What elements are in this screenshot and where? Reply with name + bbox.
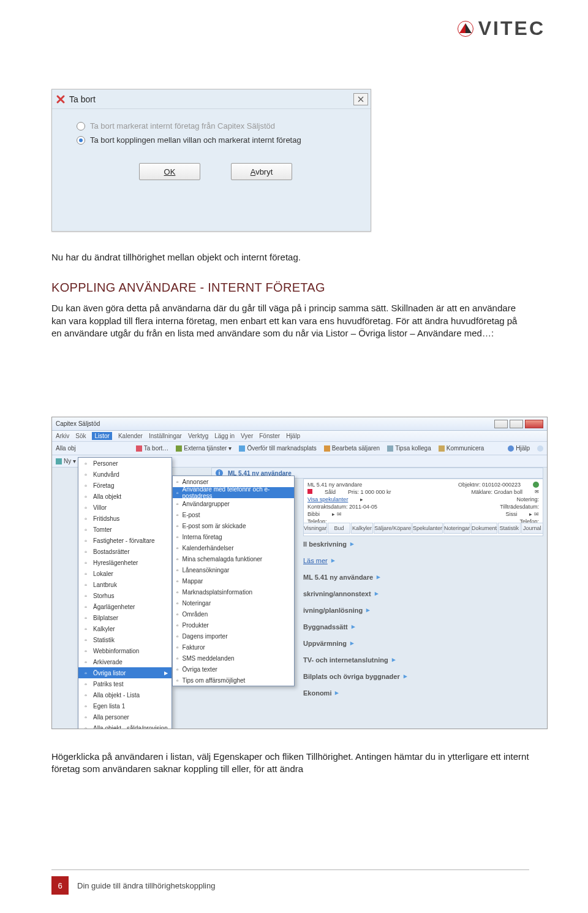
menu2-item[interactable]: ▫E-post som är skickade (173, 520, 294, 531)
menu2-item[interactable]: ▫Kalenderhändelser (173, 542, 294, 553)
menu1-item[interactable]: ▫Alla objekt - Lista (78, 689, 172, 700)
menu1-item[interactable]: ▫Kundvård (78, 469, 172, 480)
menu2-item[interactable]: ▫SMS meddelanden (173, 653, 294, 664)
expand-link[interactable]: Bilplats och övriga byggnader (303, 672, 522, 680)
paragraph-1: Nu har du ändrat tillhörighet mellan obj… (51, 251, 529, 263)
menu2-item[interactable]: ▫Marknadsplatsinformation (173, 586, 294, 597)
cancel-button[interactable]: Avbryt (231, 163, 292, 180)
menu2-item[interactable]: ▫Interna företag (173, 531, 294, 542)
menu1-item[interactable]: ▫Övriga listor▶ (78, 667, 172, 678)
detail-tab[interactable]: Spekulanter (412, 523, 443, 534)
menu1-item[interactable]: ▫Lantbruk (78, 579, 172, 590)
menu1-item[interactable]: ▫Statistik (78, 634, 172, 645)
menu2-item[interactable]: ▫Områden (173, 608, 294, 619)
menu1-item[interactable]: ▫Fritidshus (78, 513, 172, 524)
delete-x-icon (56, 94, 66, 104)
expand-link[interactable]: Byggnadssätt (303, 623, 522, 631)
delete-dialog: Ta bort Ta bort markerat internt företag… (51, 89, 371, 232)
menu1-item[interactable]: ▫Ägarlägenheter (78, 601, 172, 612)
app-toolbar[interactable]: Alla obj Ta bort… Externa tjänster ▾ Öve… (52, 442, 547, 455)
menu1-item[interactable]: ▫Alla objekt - sålda/provision (78, 722, 172, 729)
footer-divider (51, 869, 529, 870)
help-icon[interactable] (537, 445, 543, 452)
app-menubar[interactable]: Arkiv Sök Listor Kalender Inställningar … (52, 431, 547, 442)
paragraph-3: Högerklicka på användaren i listan, välj… (51, 751, 529, 776)
radio-option-remove-company[interactable]: Ta bort markerat internt företag från Ca… (77, 121, 355, 131)
expand-link[interactable]: Läs mer (303, 556, 522, 564)
dialog-titlebar: Ta bort (52, 89, 371, 109)
app-screenshot: Capitex Säljstöd Arkiv Sök Listor Kalend… (51, 417, 548, 729)
expand-link[interactable]: Ekonomi (303, 689, 522, 697)
expand-link[interactable]: TV- och internetanslutning (303, 656, 522, 664)
menu2-item[interactable]: ▫Övriga texter (173, 664, 294, 675)
bottom-text-block: Högerklicka på användaren i listan, välj… (51, 751, 529, 776)
link-list: ll beskrivningLäs merML 5.41 ny användar… (303, 540, 522, 697)
detail-tab[interactable]: Noteringar (443, 523, 470, 534)
body-text-block: Nu har du ändrat tillhörighet mellan obj… (51, 251, 529, 339)
menu1-item[interactable]: ▫Villor (78, 502, 172, 513)
dialog-close-button[interactable] (353, 93, 368, 105)
toolbar-allobj[interactable]: Alla obj (56, 445, 76, 452)
menu1-item[interactable]: ▫Företag (78, 480, 172, 491)
menu2-item[interactable]: ▫Användargrupper (173, 498, 294, 509)
detail-tab[interactable]: Statistik (498, 523, 521, 534)
header-logo: VITEC (458, 17, 545, 40)
app-title-text: Capitex Säljstöd (56, 420, 100, 427)
menu1-item[interactable]: ▫Alla personer (78, 711, 172, 722)
menu2-item[interactable]: ▫Mappar (173, 575, 294, 586)
menu1-item[interactable]: ▫Tomter (78, 524, 172, 535)
menu1-item[interactable]: ▫Bilplatser (78, 612, 172, 623)
menu1-item[interactable]: ▫Lokaler (78, 568, 172, 579)
menu2-item[interactable]: ▫Låneansökningar (173, 564, 294, 575)
detail-tab[interactable]: Dokument (471, 523, 497, 534)
section-heading: KOPPLING ANVÄNDARE - INTERNT FÖRETAG (51, 279, 529, 296)
detail-tab[interactable]: Säljare/Köpare (374, 523, 412, 534)
menu1-item[interactable]: ▫Patriks test (78, 678, 172, 689)
menu2-item[interactable]: ▫Tips om affärsmöjlighet (173, 675, 294, 686)
menu1-item[interactable]: ▫Arkiverade (78, 656, 172, 667)
menu2-item[interactable]: ▫Noteringar (173, 597, 294, 608)
menu1-item[interactable]: ▫Webbinformation (78, 645, 172, 656)
menu1-item[interactable]: ▫Personer (78, 458, 172, 469)
paragraph-2: Du kan även göra detta på användarna där… (51, 302, 529, 339)
expand-link[interactable]: ivning/planlösning (303, 606, 522, 614)
menu1-item[interactable]: ▫Alla objekt (78, 491, 172, 502)
radio-label-1: Ta bort markerat internt företag från Ca… (90, 121, 275, 131)
logo-text: VITEC (478, 17, 545, 40)
detail-tabs[interactable]: VisningarBudKalkylerSäljare/KöpareSpekul… (303, 523, 543, 534)
radio-label-2: Ta bort kopplingen mellan villan och mar… (90, 135, 301, 145)
radio-option-remove-link[interactable]: Ta bort kopplingen mellan villan och mar… (77, 135, 355, 145)
expand-link[interactable]: skrivning/annonstext (303, 589, 522, 597)
ok-button[interactable]: OK (139, 163, 200, 180)
window-controls-icon[interactable] (494, 420, 543, 428)
menu1-item[interactable]: ▫Storhus (78, 590, 172, 601)
detail-tab[interactable]: Bud (328, 523, 350, 534)
menu1-item[interactable]: ▫Kalkyler (78, 623, 172, 634)
page-number: 6 (51, 876, 69, 895)
page-footer: 6 Din guide till ändra tillhörighetskopp… (51, 876, 215, 895)
detail-tab[interactable]: Journal (521, 523, 544, 534)
expand-link[interactable]: ll beskrivning (303, 540, 522, 548)
menu2-item[interactable]: ▫Produkter (173, 619, 294, 631)
app-window-titlebar: Capitex Säljstöd (52, 417, 547, 431)
menu2-item[interactable]: ▫Fakturor (173, 642, 294, 653)
logo-mark-icon (458, 21, 473, 37)
menu-ovriga-listor[interactable]: ▫Annonser▫Användare med telefonnr och e-… (172, 475, 295, 686)
menu1-item[interactable]: ▫Egen lista 1 (78, 700, 172, 711)
expand-link[interactable]: ML 5.41 ny användare (303, 573, 522, 581)
detail-tab[interactable]: Visningar (303, 523, 327, 534)
detail-tab[interactable]: Kalkyler (351, 523, 374, 534)
menu2-item[interactable]: ▫Dagens importer (173, 631, 294, 642)
footer-text: Din guide till ändra tillhörighetskoppli… (77, 881, 215, 890)
expand-link[interactable]: Uppvärmning (303, 639, 522, 647)
dialog-title: Ta bort (69, 94, 96, 104)
menu-listor[interactable]: ▫Personer▫Kundvård▫Företag▫Alla objekt▫V… (78, 457, 172, 729)
menu2-item[interactable]: ▫Användare med telefonnr och e-postadres… (173, 487, 294, 498)
menu1-item[interactable]: ▫Fastigheter - förvaltare (78, 535, 172, 546)
menu1-item[interactable]: ▫Bostadsrätter (78, 546, 172, 557)
menu1-item[interactable]: ▫Hyreslägenheter (78, 557, 172, 568)
menu2-item[interactable]: ▫Mina schemalagda funktioner (173, 553, 294, 564)
menu2-item[interactable]: ▫E-post (173, 509, 294, 520)
